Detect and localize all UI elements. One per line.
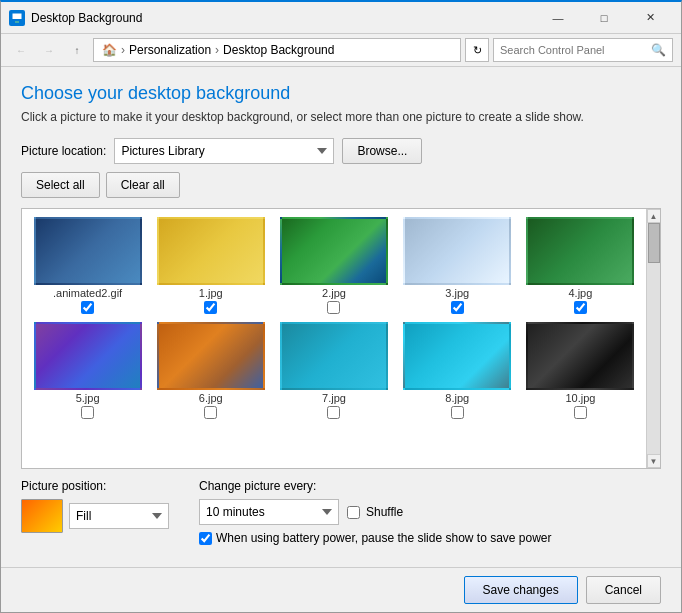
image-thumbnail <box>157 322 265 390</box>
image-select-checkbox[interactable] <box>204 301 217 314</box>
battery-label: When using battery power, pause the slid… <box>216 531 552 545</box>
path-desktop-background: Desktop Background <box>223 43 334 57</box>
shuffle-label: Shuffle <box>366 505 403 519</box>
change-row: 10 minutes Shuffle <box>199 499 552 525</box>
position-control: Fill <box>21 499 169 533</box>
page-subtitle: Click a picture to make it your desktop … <box>21 110 661 124</box>
image-cell[interactable]: 7.jpg <box>274 320 393 421</box>
title-bar: Desktop Background — □ ✕ <box>1 2 681 34</box>
image-thumbnail <box>280 217 388 285</box>
image-grid-container: .animated2.gif1.jpg2.jpg3.jpg4.jpg5.jpg6… <box>21 208 661 469</box>
image-cell[interactable]: 2.jpg <box>274 215 393 316</box>
search-icon: 🔍 <box>651 43 666 57</box>
up-button[interactable]: ↑ <box>65 38 89 62</box>
page-title: Choose your desktop background <box>21 83 661 104</box>
change-section: Change picture every: 10 minutes Shuffle… <box>199 479 552 545</box>
path-personalization: Personalization <box>129 43 211 57</box>
close-button[interactable]: ✕ <box>627 2 673 34</box>
save-changes-button[interactable]: Save changes <box>464 576 578 604</box>
image-thumbnail <box>34 322 142 390</box>
scroll-up-arrow[interactable]: ▲ <box>647 209 661 223</box>
image-label: 7.jpg <box>322 392 346 404</box>
clear-all-button[interactable]: Clear all <box>106 172 180 198</box>
image-label: 1.jpg <box>199 287 223 299</box>
image-select-checkbox[interactable] <box>451 301 464 314</box>
image-cell[interactable]: 4.jpg <box>521 215 640 316</box>
image-thumbnail <box>526 217 634 285</box>
bottom-options: Picture position: Fill Change picture ev… <box>21 469 661 551</box>
image-label: 4.jpg <box>568 287 592 299</box>
image-cell[interactable]: 5.jpg <box>28 320 147 421</box>
image-label: .animated2.gif <box>53 287 122 299</box>
scroll-thumb[interactable] <box>648 223 660 263</box>
picture-location-label: Picture location: <box>21 144 106 158</box>
position-label: Picture position: <box>21 479 169 493</box>
image-thumbnail <box>403 217 511 285</box>
shuffle-checkbox[interactable] <box>347 506 360 519</box>
footer: Save changes Cancel <box>1 567 681 612</box>
image-cell[interactable]: 8.jpg <box>398 320 517 421</box>
forward-button[interactable]: → <box>37 38 61 62</box>
image-label: 5.jpg <box>76 392 100 404</box>
image-grid: .animated2.gif1.jpg2.jpg3.jpg4.jpg5.jpg6… <box>22 209 646 468</box>
image-cell[interactable]: 3.jpg <box>398 215 517 316</box>
image-select-checkbox[interactable] <box>204 406 217 419</box>
minimize-button[interactable]: — <box>535 2 581 34</box>
refresh-button[interactable]: ↻ <box>465 38 489 62</box>
change-interval-dropdown[interactable]: 10 minutes <box>199 499 339 525</box>
search-input[interactable] <box>500 44 651 56</box>
battery-checkbox[interactable] <box>199 532 212 545</box>
image-select-checkbox[interactable] <box>81 406 94 419</box>
maximize-button[interactable]: □ <box>581 2 627 34</box>
back-button[interactable]: ← <box>9 38 33 62</box>
desktop-background-window: Desktop Background — □ ✕ ← → ↑ 🏠 › Perso… <box>0 0 682 613</box>
image-cell[interactable]: 10.jpg <box>521 320 640 421</box>
change-label: Change picture every: <box>199 479 552 493</box>
image-thumbnail <box>280 322 388 390</box>
shuffle-row: Shuffle <box>347 505 403 519</box>
battery-row: When using battery power, pause the slid… <box>199 531 552 545</box>
home-icon: 🏠 <box>102 43 117 57</box>
window-icon <box>9 10 25 26</box>
image-cell[interactable]: 1.jpg <box>151 215 270 316</box>
browse-button[interactable]: Browse... <box>342 138 422 164</box>
search-box[interactable]: 🔍 <box>493 38 673 62</box>
scroll-down-arrow[interactable]: ▼ <box>647 454 661 468</box>
image-select-checkbox[interactable] <box>81 301 94 314</box>
image-thumbnail <box>403 322 511 390</box>
image-select-checkbox[interactable] <box>574 406 587 419</box>
svg-rect-0 <box>12 13 22 20</box>
select-buttons: Select all Clear all <box>21 172 661 198</box>
position-thumbnail <box>21 499 63 533</box>
position-section: Picture position: Fill <box>21 479 169 533</box>
image-thumbnail <box>526 322 634 390</box>
position-dropdown[interactable]: Fill <box>69 503 169 529</box>
image-label: 3.jpg <box>445 287 469 299</box>
image-thumbnail <box>157 217 265 285</box>
image-select-checkbox[interactable] <box>327 301 340 314</box>
image-label: 8.jpg <box>445 392 469 404</box>
image-label: 2.jpg <box>322 287 346 299</box>
address-bar: ← → ↑ 🏠 › Personalization › Desktop Back… <box>1 34 681 67</box>
picture-location-row: Picture location: Pictures Library Brows… <box>21 138 661 164</box>
svg-rect-2 <box>15 21 19 23</box>
image-select-checkbox[interactable] <box>451 406 464 419</box>
image-thumbnail <box>34 217 142 285</box>
scrollbar[interactable]: ▲ ▼ <box>646 209 660 468</box>
window-title: Desktop Background <box>31 11 535 25</box>
address-path[interactable]: 🏠 › Personalization › Desktop Background <box>93 38 461 62</box>
image-cell[interactable]: .animated2.gif <box>28 215 147 316</box>
image-label: 10.jpg <box>565 392 595 404</box>
select-all-button[interactable]: Select all <box>21 172 100 198</box>
image-select-checkbox[interactable] <box>574 301 587 314</box>
cancel-button[interactable]: Cancel <box>586 576 661 604</box>
picture-location-dropdown[interactable]: Pictures Library <box>114 138 334 164</box>
scroll-track[interactable] <box>647 223 661 454</box>
content-area: Choose your desktop background Click a p… <box>1 67 681 567</box>
image-cell[interactable]: 6.jpg <box>151 320 270 421</box>
image-label: 6.jpg <box>199 392 223 404</box>
image-select-checkbox[interactable] <box>327 406 340 419</box>
title-bar-controls: — □ ✕ <box>535 2 673 34</box>
